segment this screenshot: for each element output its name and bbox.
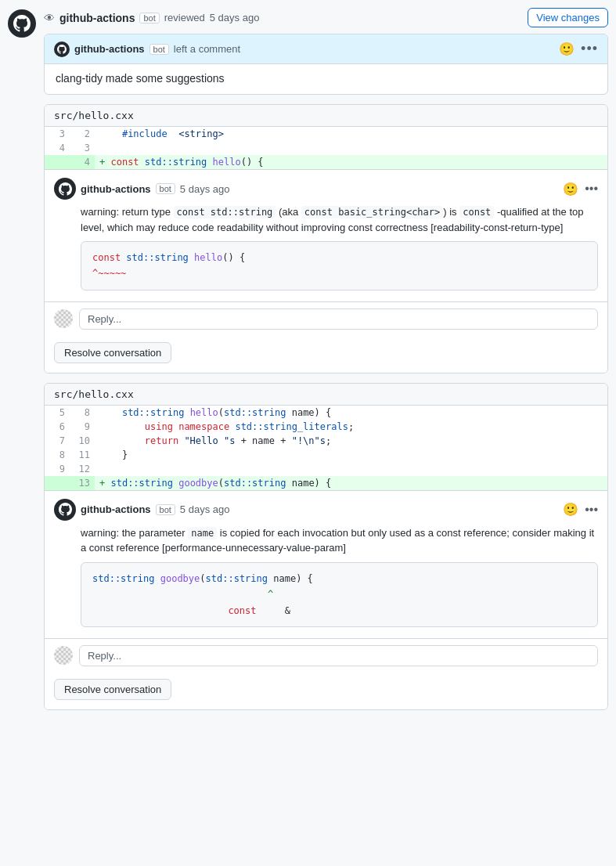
- line-num-new: 9: [70, 420, 95, 434]
- inline-github-icon-1: [59, 182, 72, 196]
- line-num-new: 11: [70, 448, 95, 462]
- file-section-2: src/hello.cxx 5 8 std::string hello(std:…: [44, 383, 608, 710]
- inline-comment-header-2: github-actions bot 5 days ago 🙂 •••: [54, 499, 598, 521]
- resolve-area-2: Resolve conversation: [45, 673, 607, 709]
- inline-avatar-2: [54, 499, 76, 521]
- review-header-left: 👁 github-actions bot reviewed 5 days ago: [44, 12, 259, 24]
- line-num-new: 2: [70, 127, 95, 141]
- reply-avatar-1: [54, 309, 73, 328]
- diff-row-2b: 6 9 using namespace std::string_literals…: [45, 420, 607, 434]
- inline-bot-badge-2: bot: [156, 504, 175, 515]
- line-code: std::string hello(std::string name) {: [95, 406, 607, 420]
- review-card: github-actions bot left a comment 🙂 ••• …: [44, 34, 608, 95]
- inline-more-button-2[interactable]: •••: [585, 503, 598, 517]
- reply-input-2[interactable]: Reply...: [79, 645, 598, 666]
- diff-row-2f-added: 13 + std::string goodbye(std::string nam…: [45, 476, 607, 490]
- reply-area-1: Reply...: [45, 301, 607, 336]
- view-changes-button[interactable]: View changes: [528, 8, 608, 27]
- line-num-old: 6: [45, 420, 70, 434]
- code-line-1a: const std::string hello() {: [92, 250, 586, 265]
- line-num-new: 10: [70, 434, 95, 448]
- inline-body-1: warning: return type const std::string (…: [81, 204, 598, 235]
- file-header-1: src/hello.cxx: [45, 105, 607, 127]
- inline-comment-inner-1: github-actions bot 5 days ago 🙂 ••• warn…: [45, 170, 607, 301]
- inline-comment-header-left-1: github-actions bot 5 days ago: [54, 178, 229, 200]
- diff-row-2a: 5 8 std::string hello(std::string name) …: [45, 406, 607, 420]
- reply-area-2: Reply...: [45, 638, 607, 673]
- line-code-added: + const std::string hello() {: [95, 155, 607, 169]
- line-num-new: 8: [70, 406, 95, 420]
- comment-action: left a comment: [174, 43, 240, 55]
- diff-row: 3 2 #include <string>: [45, 127, 607, 141]
- review-action: reviewed: [164, 12, 205, 23]
- inline-github-icon-2: [59, 503, 72, 516]
- resolve-area-1: Resolve conversation: [45, 336, 607, 373]
- diff-row-2e: 9 12: [45, 462, 607, 476]
- line-num-new: 12: [70, 462, 95, 476]
- diff-row-2c: 7 10 return "Hello "s + name + "!\n"s;: [45, 434, 607, 448]
- line-num-old-added: [45, 476, 70, 490]
- comment-bot-badge: bot: [149, 44, 169, 55]
- comment-github-icon: [57, 45, 67, 54]
- inline-actions-2: 🙂 •••: [563, 502, 598, 517]
- inline-comment-header-left-2: github-actions bot 5 days ago: [54, 499, 229, 521]
- inline-actions-1: 🙂 •••: [563, 182, 598, 197]
- reply-avatar-2: [54, 646, 73, 665]
- inline-comment-2: github-actions bot 5 days ago 🙂 ••• warn…: [45, 490, 607, 709]
- line-num-new-added: 13: [70, 476, 95, 490]
- line-num-old: 5: [45, 406, 70, 420]
- line-code-added: + std::string goodbye(std::string name) …: [95, 476, 607, 490]
- diff-table-1: 3 2 #include <string> 4 3 4 + const std:…: [45, 127, 607, 169]
- inline-author-2: github-actions: [81, 503, 151, 515]
- comment-header-left: github-actions bot left a comment: [54, 41, 240, 57]
- inline-body-2: warning: the parameter name is copied fo…: [81, 525, 598, 556]
- diff-row: 4 3: [45, 141, 607, 155]
- line-num-new: 3: [70, 141, 95, 155]
- inline-comment-1: github-actions bot 5 days ago 🙂 ••• warn…: [45, 169, 607, 373]
- inline-emoji-button-1[interactable]: 🙂: [563, 182, 578, 197]
- github-avatar: [8, 9, 36, 38]
- line-num-new-added: 4: [70, 155, 95, 169]
- review-header: 👁 github-actions bot reviewed 5 days ago…: [44, 8, 608, 27]
- comment-header-actions: 🙂 •••: [559, 41, 598, 57]
- comment-avatar: [54, 41, 70, 57]
- code-line-2c: const &: [92, 603, 586, 619]
- line-code: using namespace std::string_literals;: [95, 420, 607, 434]
- reply-input-1[interactable]: Reply...: [79, 309, 598, 330]
- inline-time-1: 5 days ago: [180, 183, 230, 195]
- comment-header: github-actions bot left a comment 🙂 •••: [45, 34, 607, 64]
- inline-author-1: github-actions: [81, 183, 151, 195]
- inline-emoji-button-2[interactable]: 🙂: [563, 502, 578, 517]
- emoji-button[interactable]: 🙂: [559, 41, 575, 56]
- review-time: 5 days ago: [210, 12, 260, 23]
- diff-table-2: 5 8 std::string hello(std::string name) …: [45, 406, 607, 490]
- inline-comment-header-1: github-actions bot 5 days ago 🙂 •••: [54, 178, 598, 200]
- code-suggestion-2: std::string goodbye(std::string name) { …: [81, 562, 598, 627]
- eye-icon: 👁: [44, 12, 55, 24]
- diff-row-2d: 8 11 }: [45, 448, 607, 462]
- line-num-old-added: [45, 155, 70, 169]
- code-line-1b: ^~~~~~: [92, 265, 586, 281]
- code-suggestion-1: const std::string hello() { ^~~~~~: [81, 241, 598, 290]
- main-comment-text: clang-tidy made some suggestions: [45, 64, 607, 94]
- line-code: #include <string>: [95, 127, 607, 141]
- resolve-button-2[interactable]: Resolve conversation: [54, 679, 171, 700]
- file-section-1: src/hello.cxx 3 2 #include <string> 4 3: [44, 104, 608, 373]
- line-num-old: 3: [45, 127, 70, 141]
- line-num-old: 9: [45, 462, 70, 476]
- inline-avatar-1: [54, 178, 76, 200]
- line-code: }: [95, 448, 607, 462]
- reviewer-name: github-actions: [59, 12, 135, 24]
- code-line-2b: ^: [92, 586, 586, 602]
- diff-row-added: 4 + const std::string hello() {: [45, 155, 607, 169]
- line-code: [95, 462, 607, 476]
- comment-author: github-actions: [74, 43, 145, 55]
- more-button[interactable]: •••: [581, 41, 598, 57]
- line-code: [95, 141, 607, 155]
- inline-bot-badge-1: bot: [156, 183, 175, 194]
- reviewer-bot-badge: bot: [139, 13, 159, 23]
- line-num-old: 7: [45, 434, 70, 448]
- line-num-old: 4: [45, 141, 70, 155]
- resolve-button-1[interactable]: Resolve conversation: [54, 342, 171, 363]
- inline-more-button-1[interactable]: •••: [585, 182, 598, 196]
